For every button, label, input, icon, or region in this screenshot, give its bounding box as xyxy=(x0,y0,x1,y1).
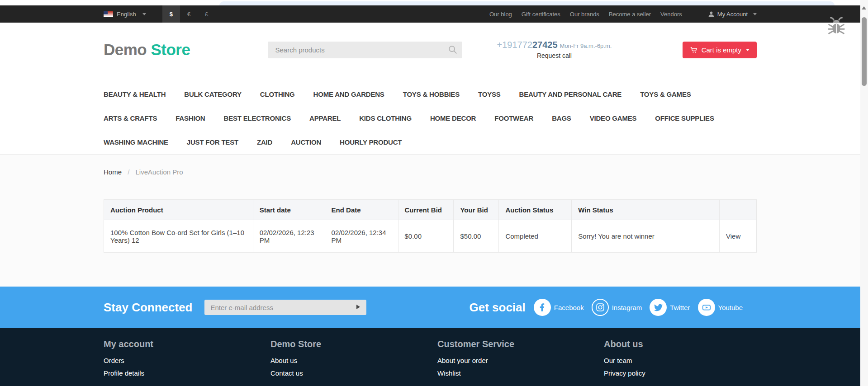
my-account-menu[interactable]: My Account xyxy=(708,11,757,18)
facebook-label: Facebook xyxy=(554,304,584,311)
nav-item-beauty-and-personal-care[interactable]: BEAUTY AND PERSONAL CARE xyxy=(519,90,622,98)
footer-heading-about-us: About us xyxy=(604,339,757,349)
col-actions xyxy=(719,200,756,220)
language-selector[interactable]: English xyxy=(117,11,146,18)
arrow-right-icon xyxy=(356,305,360,309)
topbar-link-become-a-seller[interactable]: Become a seller xyxy=(609,11,651,18)
phone-bold: 27425 xyxy=(532,40,558,50)
footer-link-about-your-order[interactable]: About your order xyxy=(437,357,604,364)
logo-demo-text: Demo xyxy=(104,41,147,58)
social-twitter[interactable]: Twitter xyxy=(650,299,690,316)
cart-label: Cart is empty xyxy=(702,46,741,54)
cart-button[interactable]: Cart is empty xyxy=(683,42,757,58)
cell-win-status: Sorry! You are not winner xyxy=(572,220,720,253)
nav-row-3: WASHING MACHINE JUST FOR TEST ZAID AUCTI… xyxy=(104,130,757,154)
breadcrumb-home[interactable]: Home xyxy=(104,168,122,176)
nav-item-best-electronics[interactable]: BEST ELECTRONICS xyxy=(224,114,291,122)
nav-item-fashion[interactable]: FASHION xyxy=(175,114,205,122)
newsletter-submit-button[interactable] xyxy=(355,303,362,311)
chevron-down-icon xyxy=(142,13,146,15)
logo-store-text: Store xyxy=(151,41,190,58)
nav-item-toys-hobbies[interactable]: TOYS & HOBBIES xyxy=(403,90,460,98)
col-auction-product: Auction Product xyxy=(104,200,253,220)
cell-end-date: 02/02/2026, 12:34 PM xyxy=(325,220,398,253)
twitter-label: Twitter xyxy=(670,304,690,311)
currency-eur[interactable]: € xyxy=(180,5,198,23)
auction-table: Auction Product Start date End Date Curr… xyxy=(104,199,757,253)
footer-col-demo-store: Demo Store About us Contact us xyxy=(270,339,437,382)
nav-item-toyss[interactable]: TOYSS xyxy=(478,90,501,98)
social-facebook[interactable]: Facebook xyxy=(534,299,584,316)
newsletter-email-input[interactable] xyxy=(204,300,366,315)
my-account-label: My Account xyxy=(717,11,748,18)
nav-item-toys-games[interactable]: TOYS & GAMES xyxy=(640,90,691,98)
nav-item-kids-clothing[interactable]: KIDS CLOTHING xyxy=(359,114,412,122)
nav-item-washing-machine[interactable]: WASHING MACHINE xyxy=(104,138,168,146)
facebook-icon xyxy=(534,299,551,316)
nav-item-footwear[interactable]: FOOTWEAR xyxy=(494,114,533,122)
phone-prefix: +191772 xyxy=(497,40,532,50)
footer-link-about-us[interactable]: About us xyxy=(270,357,437,364)
nav-row-2: ARTS & CRAFTS FASHION BEST ELECTRONICS A… xyxy=(104,106,757,130)
bug-icon[interactable] xyxy=(827,15,846,36)
nav-item-beauty-health[interactable]: BEAUTY & HEALTH xyxy=(104,90,166,98)
footer-col-about-us: About us Our team Privacy policy xyxy=(604,339,757,382)
footer-heading-my-account: My account xyxy=(104,339,270,349)
chevron-down-icon xyxy=(753,13,757,15)
youtube-label: Youtube xyxy=(718,304,743,311)
footer-link-privacy-policy[interactable]: Privacy policy xyxy=(604,369,757,377)
view-link[interactable]: View xyxy=(726,232,740,240)
footer-link-contact-us[interactable]: Contact us xyxy=(270,369,437,377)
nav-item-bags[interactable]: BAGS xyxy=(552,114,571,122)
nav-item-zaid[interactable]: ZAID xyxy=(257,138,272,146)
scrollbar-up-arrow[interactable] xyxy=(862,6,866,9)
nav-item-bulk-category[interactable]: BULK CATEGORY xyxy=(184,90,242,98)
nav-item-just-for-test[interactable]: JUST FOR TEST xyxy=(187,138,238,146)
col-start-date: Start date xyxy=(253,200,325,220)
nav-item-hourly-product[interactable]: HOURLY PRODUCT xyxy=(340,138,402,146)
nav-item-arts-crafts[interactable]: ARTS & CRAFTS xyxy=(104,114,157,122)
page: English $ € £ Our blog Gift certificates… xyxy=(0,0,868,386)
scrollbar-thumb[interactable] xyxy=(862,17,867,86)
nav-item-auction[interactable]: AUCTION xyxy=(291,138,321,146)
person-icon xyxy=(708,11,715,18)
nav-row-1: BEAUTY & HEALTH BULK CATEGORY CLOTHING H… xyxy=(104,82,757,106)
currency-gbp[interactable]: £ xyxy=(198,5,215,23)
nav-item-video-games[interactable]: VIDEO GAMES xyxy=(590,114,637,122)
nav-item-home-and-gardens[interactable]: HOME AND GARDENS xyxy=(313,90,384,98)
main-navigation: BEAUTY & HEALTH BULK CATEGORY CLOTHING H… xyxy=(0,77,860,155)
footer-link-our-team[interactable]: Our team xyxy=(604,357,757,364)
footer-link-orders[interactable]: Orders xyxy=(104,357,270,364)
search-input[interactable] xyxy=(268,42,462,58)
social-youtube[interactable]: Youtube xyxy=(698,299,743,316)
footer-heading-customer-service: Customer Service xyxy=(437,339,604,349)
phone-block: +19177227425Mon-Fr 9a.m.-6p.m. Request c… xyxy=(490,39,618,60)
scrollbar[interactable] xyxy=(860,0,868,386)
browser-top-strip xyxy=(0,0,860,5)
nav-item-home-decor[interactable]: HOME DECOR xyxy=(430,114,476,122)
currency-usd[interactable]: $ xyxy=(162,5,180,23)
nav-item-clothing[interactable]: CLOTHING xyxy=(260,90,295,98)
nav-item-office-supplies[interactable]: OFFICE SUPPLIES xyxy=(655,114,714,122)
footer-link-wishlist[interactable]: Wishlist xyxy=(437,369,604,377)
nav-item-apparel[interactable]: APPAREL xyxy=(309,114,341,122)
topbar-link-our-blog[interactable]: Our blog xyxy=(489,11,512,18)
topbar-link-gift-certificates[interactable]: Gift certificates xyxy=(522,11,560,18)
cell-current-bid: $0.00 xyxy=(398,220,454,253)
table-row: 100% Cotton Bow Co-ord Set for Girls (1–… xyxy=(104,220,757,253)
cell-auction-status: Completed xyxy=(499,220,572,253)
breadcrumb: Home / LiveAuction Pro xyxy=(104,168,757,176)
search-icon xyxy=(448,45,458,55)
cell-your-bid: $50.00 xyxy=(454,220,499,253)
search-button[interactable] xyxy=(448,45,458,55)
phone-hours: Mon-Fr 9a.m.-6p.m. xyxy=(560,42,612,49)
main-content: Home / LiveAuction Pro Auction Product S… xyxy=(0,155,860,287)
topbar: English $ € £ Our blog Gift certificates… xyxy=(0,5,860,23)
topbar-link-our-brands[interactable]: Our brands xyxy=(570,11,599,18)
store-logo[interactable]: Demo Store xyxy=(104,41,190,59)
topbar-link-vendors[interactable]: Vendors xyxy=(660,11,682,18)
newsletter-form xyxy=(204,300,366,315)
social-instagram[interactable]: Instagram xyxy=(592,299,642,316)
request-call-link[interactable]: Request call xyxy=(537,52,572,60)
footer-link-profile-details[interactable]: Profile details xyxy=(104,369,270,377)
